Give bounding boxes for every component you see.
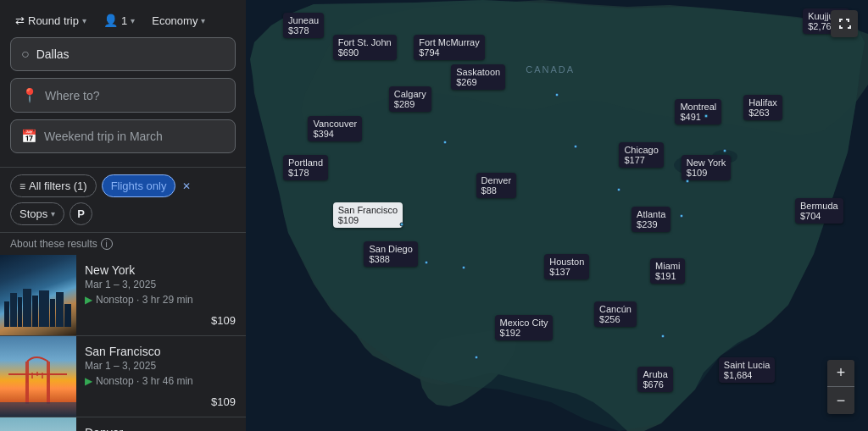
svg-rect-17 [0,402,76,417]
dot-punta-c [660,334,665,339]
dot-winnipeg [555,92,559,97]
trip-type-selector[interactable]: ⇄ Round trip ▾ [10,10,92,30]
price-label-halifax[interactable]: Halifax $263 [743,95,782,120]
card-city-san-francisco: San Francisco [85,345,237,358]
price-label-bermuda[interactable]: Bermuda $704 [795,198,843,224]
dot-charleston [679,213,683,218]
date-placeholder: Weekend trip in March [44,130,163,143]
price-label-aruba[interactable]: Aruba $676 [637,367,672,392]
price-label-vancouver[interactable]: Vancouver $394 [308,116,362,141]
zoom-in-icon: + [837,364,846,382]
card-flight-info-new-york: ▶ Nonstop · 3 hr 29 min [85,294,237,306]
destination-field[interactable]: 📍 Where to? [10,78,236,113]
trip-type-chevron: ▾ [82,16,86,25]
passengers-chevron: ▾ [131,16,135,25]
zoom-controls: + − [827,360,854,414]
left-panel: ⇄ Round trip ▾ 👤 1 ▾ Economy ▾ ○ Dallas … [0,0,246,431]
flight-card-san-francisco[interactable]: San Francisco Mar 1 – 3, 2025 ▶ Nonstop … [0,336,246,417]
price-label-new-york[interactable]: New York $109 [682,155,731,180]
stops-chevron: ▾ [51,209,55,218]
card-flight-text-ny: Nonstop · 3 hr 29 min [96,294,193,306]
results-header: About these results i [0,233,246,255]
fullscreen-button[interactable] [831,10,858,37]
price-label-denver[interactable]: Denver $88 [476,173,516,198]
price-label-atlanta[interactable]: Atlanta $239 [632,207,670,232]
price-label-juneau[interactable]: Juneau $378 [283,13,324,38]
flights-only-label: Flights only [111,180,167,192]
dot-bozeman [442,140,447,144]
price-tag-button[interactable]: P [70,202,92,225]
all-filters-button[interactable]: ≡ All filters (1) [10,174,97,197]
map-area[interactable]: CANADA Juneau $378 Fort St. John $690 Fo… [246,0,868,431]
info-icon[interactable]: i [101,238,113,250]
svg-rect-0 [4,301,9,327]
city-image-new-york [0,255,76,335]
flight-card-denver[interactable]: Denver Mar 1 – 3, 2025 ▶ Nonstop · 2 hr … [0,417,246,431]
card-flight-info-san-francisco: ▶ Nonstop · 3 hr 46 min [85,375,237,387]
card-flight-text-sf: Nonstop · 3 hr 46 min [96,375,193,387]
card-dates-san-francisco: Mar 1 – 3, 2025 [85,360,237,372]
price-label-miami[interactable]: Miami $191 [650,258,685,284]
nonstop-icon-sf: ▶ [85,375,92,387]
fullscreen-icon [837,17,851,30]
zoom-out-button[interactable]: − [827,387,854,414]
origin-value: Dallas [36,47,70,61]
dot-las-vegas [399,222,403,226]
svg-rect-8 [64,304,71,327]
price-label-cancun[interactable]: Cancún $256 [594,301,637,327]
card-details-denver: Denver Mar 1 – 3, 2025 ▶ Nonstop · 2 hr … [76,417,246,431]
flights-only-close[interactable]: ✕ [181,180,191,192]
svg-rect-4 [32,296,38,327]
all-filters-label: All filters (1) [29,180,87,192]
passengers-selector[interactable]: 👤 1 ▾ [98,10,140,30]
flight-card-new-york[interactable]: New York Mar 1 – 3, 2025 ▶ Nonstop · 3 h… [0,255,246,336]
zoom-out-icon: − [837,392,846,410]
price-label-chicago[interactable]: Chicago $177 [619,142,663,168]
price-label-saskatoon[interactable]: Saskatoon $269 [451,64,505,90]
dot-washington [686,179,690,183]
card-price-new-york: $109 [211,314,236,327]
trip-type-row: ⇄ Round trip ▾ 👤 1 ▾ Economy ▾ [10,10,236,30]
svg-rect-1 [10,293,17,327]
nonstop-icon-ny: ▶ [85,294,92,306]
price-label-portland[interactable]: Portland $178 [283,155,328,180]
origin-circle-icon: ○ [21,47,30,62]
dot-oaxaca [474,356,478,360]
price-label-fort-mcmurray[interactable]: Fort McMurray $794 [414,35,485,60]
zoom-in-button[interactable]: + [827,360,854,387]
filter-row: ≡ All filters (1) Flights only ✕ Stops ▾… [0,168,246,233]
card-city-denver: Denver [85,426,237,431]
price-label-san-diego[interactable]: San Diego $388 [364,241,417,267]
dot-quebec [704,114,709,119]
dot-minot [574,145,578,149]
date-field[interactable]: 📅 Weekend trip in March [10,119,236,153]
svg-rect-5 [39,290,49,327]
price-label-montreal[interactable]: Montreal $491 [675,99,721,124]
price-label-saint-lucia[interactable]: Saint Lucia $1,684 [719,357,775,383]
cabin-class-selector[interactable]: Economy ▾ [147,10,210,30]
stops-button[interactable]: Stops ▾ [10,202,64,225]
destination-pin-icon: 📍 [21,87,38,103]
passengers-label: 1 [121,14,127,27]
top-controls: ⇄ Round trip ▾ 👤 1 ▾ Economy ▾ ○ Dallas … [0,0,246,168]
price-label-calgary[interactable]: Calgary $289 [389,86,431,112]
search-inputs: ○ Dallas 📍 Where to? 📅 Weekend trip in M… [10,37,236,153]
cabin-class-chevron: ▾ [201,16,205,25]
price-label-san-francisco[interactable]: San Francisco $109 [333,202,403,228]
calendar-icon: 📅 [21,129,37,144]
trip-type-label: Round trip [28,14,79,27]
svg-rect-7 [56,292,64,327]
origin-field[interactable]: ○ Dallas [10,37,236,71]
price-label-fort-st-john[interactable]: Fort St. John $690 [333,35,397,60]
flight-cards: New York Mar 1 – 3, 2025 ▶ Nonstop · 3 h… [0,255,246,431]
card-dates-new-york: Mar 1 – 3, 2025 [85,279,237,290]
price-label-mexico-city[interactable]: Mexico City $192 [495,315,554,340]
svg-rect-2 [18,297,22,327]
flights-only-button[interactable]: Flights only [102,174,176,197]
dot-el-paso [461,265,465,269]
dot-boston [723,149,727,153]
dot-tucson [424,261,428,265]
city-image-denver [0,417,76,431]
price-label-houston[interactable]: Houston $137 [544,254,589,279]
dot-st-louis [617,187,621,191]
